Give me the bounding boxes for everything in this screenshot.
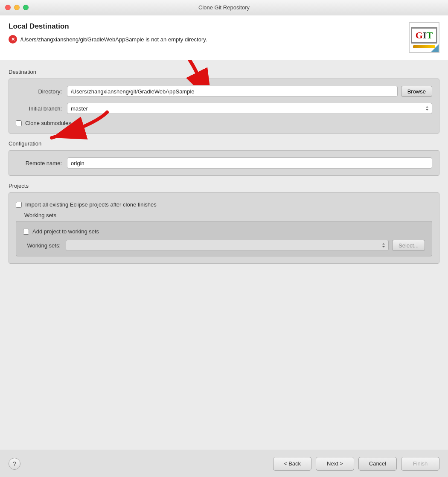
add-to-working-sets-label: Add project to working sets xyxy=(32,228,99,235)
working-sets-box: Add project to working sets Working sets… xyxy=(16,221,432,256)
destination-section-title: Destination xyxy=(9,69,439,75)
configuration-section-box: Remote name: xyxy=(9,150,439,176)
remote-name-row: Remote name: xyxy=(16,157,432,169)
clone-submodules-checkbox[interactable] xyxy=(16,120,22,126)
cancel-button[interactable]: Cancel xyxy=(358,457,397,471)
traffic-lights xyxy=(5,5,29,10)
projects-section-box: Import all existing Eclipse projects aft… xyxy=(9,192,439,264)
header-section: Local Destination /Users/zhangxiansheng/… xyxy=(0,15,448,60)
working-sets-select-row: Working sets: Select... xyxy=(23,240,425,251)
initial-branch-label: Initial branch: xyxy=(16,105,67,112)
minimize-button[interactable] xyxy=(14,5,20,10)
help-button[interactable]: ? xyxy=(9,458,20,470)
bottom-left: ? xyxy=(9,458,20,470)
error-row: /Users/zhangxiansheng/git/GradleWebAppSa… xyxy=(9,35,402,44)
select-button[interactable]: Select... xyxy=(392,240,425,251)
configuration-section-title: Configuration xyxy=(9,140,439,147)
finish-button[interactable]: Finish xyxy=(401,457,439,471)
bottom-bar: ? < Back Next > Cancel Finish xyxy=(0,450,448,477)
add-to-working-sets-checkbox[interactable] xyxy=(23,229,29,235)
projects-section-title: Projects xyxy=(9,183,439,189)
initial-branch-row: Initial branch: master xyxy=(16,103,432,114)
directory-row: Directory: Browse xyxy=(16,86,432,97)
bottom-buttons: < Back Next > Cancel Finish xyxy=(273,457,439,471)
git-logo: G I T xyxy=(409,22,439,53)
browse-button[interactable]: Browse xyxy=(401,86,432,97)
remote-name-label: Remote name: xyxy=(16,160,67,166)
maximize-button[interactable] xyxy=(23,5,29,10)
import-projects-row: Import all existing Eclipse projects aft… xyxy=(16,201,432,208)
directory-label: Directory: xyxy=(16,88,67,95)
window-title: Clone Git Repository xyxy=(198,4,250,11)
working-sets-title: Working sets xyxy=(24,212,432,218)
git-logo-corner xyxy=(431,44,439,52)
destination-section-box: Directory: Browse Initial branch: master… xyxy=(9,79,439,134)
titlebar: Clone Git Repository xyxy=(0,0,448,15)
import-projects-label: Import all existing Eclipse projects aft… xyxy=(25,201,157,208)
close-button[interactable] xyxy=(5,5,11,10)
import-projects-checkbox[interactable] xyxy=(16,202,22,208)
clone-submodules-row: Clone submodules xyxy=(16,120,432,126)
projects-section: Projects Import all existing Eclipse pro… xyxy=(9,183,439,264)
configuration-section: Configuration Remote name: xyxy=(9,140,439,176)
error-message: /Users/zhangxiansheng/git/GradleWebAppSa… xyxy=(20,36,207,43)
directory-input[interactable] xyxy=(67,86,398,97)
working-sets-select[interactable] xyxy=(66,240,389,251)
page-title: Local Destination xyxy=(9,22,402,31)
remote-name-input[interactable] xyxy=(67,157,432,169)
initial-branch-select[interactable]: master xyxy=(67,103,432,114)
main-content: Destination xyxy=(0,60,448,450)
working-sets-label: Working sets: xyxy=(23,242,66,249)
destination-section: Destination xyxy=(9,69,439,134)
add-to-working-sets-row: Add project to working sets xyxy=(23,228,425,235)
header-left: Local Destination /Users/zhangxiansheng/… xyxy=(9,22,402,44)
back-button[interactable]: < Back xyxy=(273,457,311,471)
next-button[interactable]: Next > xyxy=(316,457,354,471)
clone-submodules-label: Clone submodules xyxy=(25,120,71,126)
error-icon xyxy=(9,35,17,44)
git-logo-text: G I T xyxy=(411,27,437,44)
